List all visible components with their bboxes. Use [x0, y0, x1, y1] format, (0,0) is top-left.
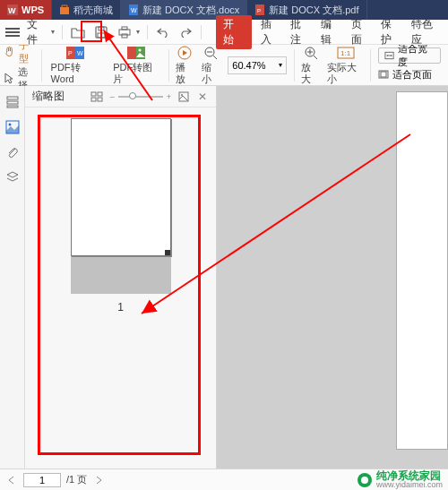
open-folder-icon[interactable]	[70, 24, 86, 40]
svg-rect-41	[98, 98, 102, 101]
redo-icon[interactable]	[178, 24, 194, 40]
svg-rect-38	[91, 92, 96, 96]
pdf-to-word-icon: PW	[65, 45, 85, 62]
word-doc-icon: W	[128, 4, 139, 15]
ribbon-tabs: 开始 插入 批注 编辑 页面 保护 特色应	[216, 15, 443, 49]
ribbon-tab-start[interactable]: 开始	[216, 15, 252, 49]
file-menu[interactable]: 文件	[27, 17, 48, 47]
outline-icon[interactable]	[5, 95, 20, 109]
layers-icon[interactable]	[5, 170, 20, 185]
chevron-down-icon[interactable]: ▾	[136, 28, 140, 36]
page-total-label: /1 页	[66, 473, 87, 486]
next-page-icon[interactable]	[92, 475, 105, 486]
save-icon[interactable]	[93, 24, 109, 40]
svg-line-25	[314, 56, 317, 59]
ribbon-tab-insert[interactable]: 插入	[261, 17, 282, 47]
ribbon-tab-special[interactable]: 特色应	[411, 17, 443, 47]
thumbnail-body: 1	[25, 107, 216, 469]
svg-text:W: W	[131, 7, 137, 13]
page-number-label: 1	[117, 301, 124, 314]
main-area: 缩略图 – + ✕ 1	[0, 86, 448, 469]
zoom-in-button[interactable]: 放大	[298, 45, 323, 85]
pdf-to-word-button[interactable]: PW PDF转Word	[46, 45, 107, 85]
zoom-in-label: 放大	[301, 62, 320, 85]
divider	[370, 49, 371, 82]
pdf-doc-icon: P	[254, 4, 265, 15]
svg-rect-39	[98, 92, 102, 96]
prev-page-icon[interactable]	[5, 475, 18, 486]
undo-icon[interactable]	[155, 24, 171, 40]
thumbnail-title: 缩略图	[32, 89, 65, 104]
hand-icon	[4, 46, 15, 58]
fit-page-icon	[378, 70, 389, 79]
divider	[294, 49, 295, 82]
svg-text:W: W	[77, 50, 83, 56]
actual-size-button[interactable]: 1:1 实际大小	[324, 45, 366, 85]
side-rail	[0, 86, 25, 469]
divider	[147, 25, 148, 39]
document-page	[396, 91, 448, 450]
page-thumbnail[interactable]: 1	[34, 118, 207, 314]
ribbon-tab-comment[interactable]: 批注	[290, 17, 312, 47]
svg-text:P: P	[257, 8, 261, 13]
menu-icon[interactable]	[5, 28, 20, 37]
fit-page-button[interactable]: 适合页面	[378, 66, 441, 82]
cursor-icon	[4, 73, 14, 85]
watermark-logo-icon	[357, 472, 373, 488]
chevron-down-icon[interactable]: ▾	[51, 28, 55, 36]
app-tab-label: 稻壳商城	[73, 4, 113, 17]
zoom-out-button[interactable]: 缩小	[199, 45, 223, 85]
svg-rect-40	[91, 98, 96, 101]
zoom-value-input[interactable]: 60.47% ▾	[228, 56, 287, 74]
page-thumb-image	[71, 118, 171, 256]
slider-track[interactable]	[118, 96, 163, 98]
svg-rect-11	[122, 27, 127, 30]
chevron-down-icon[interactable]: ▾	[279, 61, 282, 69]
pdf-to-image-label: PDF转图片	[113, 62, 159, 85]
svg-rect-33	[7, 97, 18, 99]
quick-access-row: 文件 ▾ ▾ 开始 插入 批注 编辑 页面 保护 特色应	[0, 20, 448, 45]
svg-text:1:1: 1:1	[340, 49, 351, 57]
svg-point-37	[8, 124, 11, 126]
print-icon[interactable]	[116, 24, 133, 40]
svg-text:P: P	[68, 50, 73, 56]
watermark: 纯净系统家园 www.yidaimei.com	[357, 470, 443, 489]
pdf-to-word-label: PDF转Word	[51, 62, 101, 85]
ribbon-tab-edit[interactable]: 编辑	[321, 17, 342, 47]
attachment-icon[interactable]	[5, 145, 20, 159]
wps-logo-icon: W	[7, 4, 18, 15]
thumbnail-size-slider[interactable]: – +	[110, 92, 171, 101]
play-icon	[177, 45, 192, 62]
thumb-grid-icon[interactable]	[90, 91, 103, 102]
minus-icon: –	[110, 92, 115, 101]
slider-knob[interactable]	[129, 92, 136, 99]
page-input[interactable]	[23, 473, 61, 487]
fit-width-icon	[384, 51, 394, 60]
plus-icon: +	[167, 92, 171, 101]
app-tab-label: WPS	[22, 4, 44, 15]
fit-width-button[interactable]: 适合宽度	[378, 47, 441, 64]
svg-rect-34	[7, 101, 18, 104]
divider	[168, 49, 169, 82]
close-icon[interactable]: ✕	[196, 90, 209, 103]
pdf-to-image-button[interactable]: PDF转图片	[108, 45, 165, 85]
watermark-url: www.yidaimei.com	[376, 481, 443, 489]
thumb-page-icon[interactable]	[178, 91, 189, 102]
svg-rect-35	[7, 106, 18, 107]
document-area[interactable]	[217, 86, 448, 469]
store-icon	[59, 4, 70, 15]
svg-line-22	[213, 56, 217, 59]
divider	[201, 25, 202, 39]
ribbon-tab-protect[interactable]: 保护	[381, 17, 402, 47]
app-tab-store[interactable]: 稻壳商城	[52, 0, 121, 20]
ribbon-tab-page[interactable]: 页面	[351, 17, 373, 47]
svg-rect-9	[98, 33, 105, 38]
svg-text:W: W	[8, 6, 16, 15]
divider	[41, 49, 42, 82]
page-thumb-shadow	[71, 256, 171, 294]
ribbon-toolbar: 手型 选择 PW PDF转Word PDF转图片 播放 缩小 60.47%	[0, 45, 448, 86]
divider	[62, 25, 63, 39]
thumbnail-icon[interactable]	[5, 120, 20, 134]
play-button[interactable]: 播放	[173, 45, 197, 85]
fit-page-label: 适合页面	[392, 68, 432, 82]
